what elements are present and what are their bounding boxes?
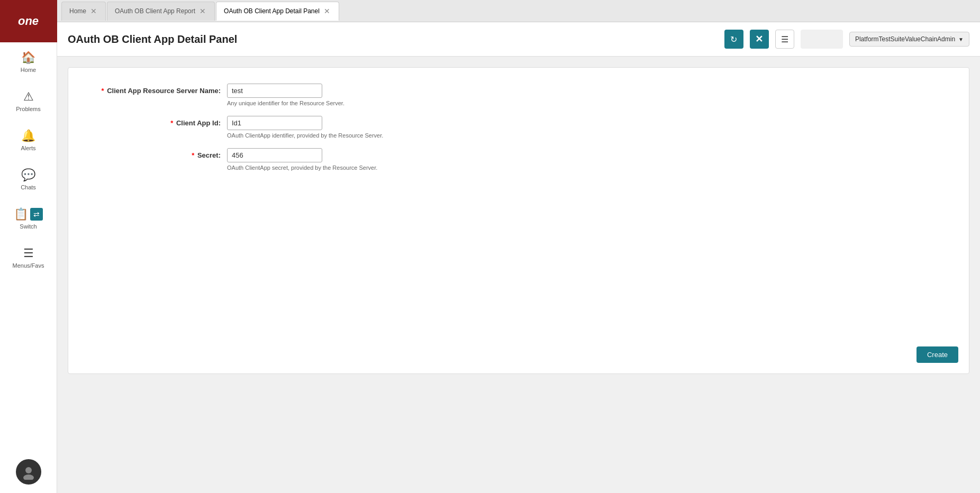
switch-icons-row: 📋 ⇄ bbox=[14, 207, 43, 221]
sidebar-item-alerts-label: Alerts bbox=[21, 145, 35, 151]
secret-label: * Secret: bbox=[89, 148, 227, 159]
client-app-id-group: OAuth ClientApp identifier, provided by … bbox=[227, 116, 383, 139]
menu-button[interactable]: ☰ bbox=[775, 30, 794, 49]
tab-home-close[interactable]: ✕ bbox=[89, 7, 98, 15]
sidebar-item-alerts[interactable]: 🔔 Alerts bbox=[0, 121, 57, 160]
header-spacer bbox=[801, 30, 843, 49]
sidebar-item-home[interactable]: 🏠 Home bbox=[0, 42, 57, 81]
refresh-button[interactable]: ↻ bbox=[724, 30, 743, 49]
svg-point-1 bbox=[23, 474, 34, 480]
sidebar-item-problems-label: Problems bbox=[16, 106, 40, 112]
home-icon: 🏠 bbox=[21, 51, 35, 65]
warning-icon: ⚠ bbox=[23, 90, 34, 104]
sidebar-item-switch[interactable]: 📋 ⇄ Switch bbox=[0, 199, 57, 238]
tab-detail-label: OAuth OB Client App Detail Panel bbox=[224, 7, 320, 15]
sidebar-item-chats[interactable]: 💬 Chats bbox=[0, 160, 57, 199]
switch-pages-icon: 📋 bbox=[14, 207, 28, 221]
menus-icon: ☰ bbox=[23, 246, 34, 260]
switch-blue-icon: ⇄ bbox=[30, 208, 43, 221]
user-avatar[interactable] bbox=[16, 459, 41, 485]
tab-bar: Home ✕ OAuth OB Client App Report ✕ OAut… bbox=[57, 0, 980, 22]
resource-server-name-label: * Client App Resource Server Name: bbox=[89, 84, 227, 95]
field-row-client-app-id: * Client App Id: OAuth ClientApp identif… bbox=[89, 116, 948, 139]
secret-group: OAuth ClientApp secret, provided by the … bbox=[227, 148, 377, 171]
sidebar-item-menus-label: Menus/Favs bbox=[13, 262, 44, 269]
page-title: OAuth OB Client App Detail Panel bbox=[68, 33, 718, 45]
chevron-down-icon: ▼ bbox=[958, 36, 964, 42]
create-button[interactable]: Create bbox=[917, 346, 958, 363]
secret-input[interactable] bbox=[227, 148, 322, 162]
field-row-resource-server-name: * Client App Resource Server Name: Any u… bbox=[89, 84, 948, 106]
chat-icon: 💬 bbox=[21, 168, 35, 182]
user-name: PlatformTestSuiteValueChainAdmin bbox=[855, 35, 955, 43]
form-card: * Client App Resource Server Name: Any u… bbox=[68, 67, 969, 374]
tab-detail-close[interactable]: ✕ bbox=[323, 7, 331, 15]
field-row-secret: * Secret: OAuth ClientApp secret, provid… bbox=[89, 148, 948, 171]
required-star-3: * bbox=[192, 151, 194, 159]
secret-hint: OAuth ClientApp secret, provided by the … bbox=[227, 165, 377, 171]
resource-server-name-input[interactable] bbox=[227, 84, 322, 98]
client-app-id-label: * Client App Id: bbox=[89, 116, 227, 127]
required-star-1: * bbox=[102, 87, 104, 95]
tab-home[interactable]: Home ✕ bbox=[61, 2, 106, 21]
tab-home-label: Home bbox=[69, 7, 86, 15]
tab-report-close[interactable]: ✕ bbox=[198, 7, 207, 15]
sidebar-item-chats-label: Chats bbox=[21, 184, 36, 190]
sidebar-item-switch-label: Switch bbox=[20, 223, 37, 230]
sidebar-item-menus[interactable]: ☰ Menus/Favs bbox=[0, 238, 57, 277]
sidebar-item-home-label: Home bbox=[21, 67, 36, 73]
bell-icon: 🔔 bbox=[21, 129, 35, 143]
resource-server-name-group: Any unique identifier for the Resource S… bbox=[227, 84, 344, 106]
resource-server-name-hint: Any unique identifier for the Resource S… bbox=[227, 100, 344, 106]
tab-report-label: OAuth OB Client App Report bbox=[115, 7, 195, 15]
client-app-id-hint: OAuth ClientApp identifier, provided by … bbox=[227, 132, 383, 139]
user-dropdown[interactable]: PlatformTestSuiteValueChainAdmin ▼ bbox=[849, 32, 969, 47]
tab-report[interactable]: OAuth OB Client App Report ✕ bbox=[107, 2, 215, 21]
sidebar-item-problems[interactable]: ⚠ Problems bbox=[0, 81, 57, 121]
close-button[interactable]: ✕ bbox=[750, 30, 769, 49]
svg-point-0 bbox=[25, 467, 32, 473]
page-header: OAuth OB Client App Detail Panel ↻ ✕ ☰ P… bbox=[57, 22, 980, 57]
logo-text: one bbox=[18, 14, 39, 28]
main-area: Home ✕ OAuth OB Client App Report ✕ OAut… bbox=[57, 0, 980, 493]
app-logo[interactable]: one bbox=[0, 0, 57, 42]
content-area: * Client App Resource Server Name: Any u… bbox=[57, 57, 980, 493]
sidebar-bottom bbox=[16, 459, 41, 493]
client-app-id-input[interactable] bbox=[227, 116, 322, 130]
required-star-2: * bbox=[170, 119, 173, 127]
sidebar: one 🏠 Home ⚠ Problems 🔔 Alerts 💬 Chats 📋… bbox=[0, 0, 57, 493]
tab-detail[interactable]: OAuth OB Client App Detail Panel ✕ bbox=[216, 2, 339, 21]
